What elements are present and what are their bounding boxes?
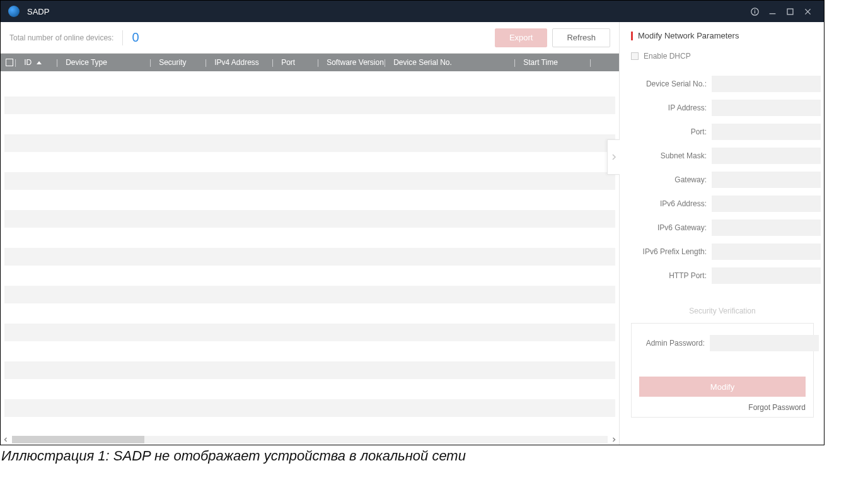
label-port: Port: <box>631 127 707 136</box>
forgot-password-link[interactable]: Forgot Password <box>639 403 806 412</box>
table-row <box>4 324 615 341</box>
input-ipv6-prefix[interactable] <box>712 243 821 260</box>
maximize-icon[interactable] <box>781 1 799 22</box>
password-box: Admin Password: Modify Forgot Password <box>631 323 814 418</box>
titlebar: SADP <box>1 1 824 22</box>
table-header: |ID |Device Type |Security |IPv4 Address… <box>1 54 619 71</box>
input-serial[interactable] <box>712 76 821 92</box>
refresh-button[interactable]: Refresh <box>552 28 610 47</box>
label-serial: Device Serial No.: <box>631 79 707 88</box>
input-gateway[interactable] <box>712 172 821 188</box>
label-admin-pw: Admin Password: <box>639 339 705 348</box>
col-security[interactable]: Security <box>159 58 186 67</box>
main-panel: Total number of online devices: 0 Export… <box>1 22 620 445</box>
app-title: SADP <box>27 7 49 16</box>
table-row <box>4 97 615 114</box>
enable-dhcp-row[interactable]: Enable DHCP <box>631 52 814 61</box>
toolbar: Total number of online devices: 0 Export… <box>1 22 619 54</box>
table-row <box>4 361 615 379</box>
col-ipv4[interactable]: IPv4 Address <box>214 58 259 67</box>
horizontal-scrollbar[interactable] <box>1 435 619 445</box>
svg-rect-4 <box>787 9 793 15</box>
input-ipv6[interactable] <box>712 196 821 212</box>
label-ipv6len: IPv6 Prefix Length: <box>631 247 707 256</box>
svg-rect-2 <box>754 9 755 10</box>
input-ip[interactable] <box>712 100 821 116</box>
sort-asc-icon <box>37 61 42 64</box>
close-icon[interactable] <box>799 1 816 22</box>
app-logo-icon <box>8 6 20 17</box>
accent-bar-icon <box>631 32 633 40</box>
label-gateway: Gateway: <box>631 175 707 184</box>
col-start[interactable]: Start Time <box>523 58 558 67</box>
table-row <box>4 134 615 152</box>
table-body <box>1 71 619 435</box>
scroll-left-icon[interactable] <box>2 436 9 443</box>
table-row <box>4 399 615 417</box>
total-devices-label: Total number of online devices: <box>9 33 113 42</box>
collapse-panel-handle[interactable] <box>607 139 620 175</box>
scroll-track[interactable] <box>12 436 608 443</box>
col-port[interactable]: Port <box>281 58 295 67</box>
export-button[interactable]: Export <box>495 28 548 47</box>
table-row <box>4 248 615 266</box>
select-all-checkbox[interactable] <box>6 59 13 66</box>
side-panel-title: Modify Network Parameters <box>631 31 814 40</box>
dhcp-label: Enable DHCP <box>644 52 691 61</box>
input-http-port[interactable] <box>712 267 821 284</box>
info-icon[interactable] <box>746 1 763 22</box>
col-type[interactable]: Device Type <box>66 58 107 67</box>
label-subnet: Subnet Mask: <box>631 151 707 160</box>
label-http: HTTP Port: <box>631 271 707 280</box>
svg-rect-1 <box>754 11 755 13</box>
scroll-thumb[interactable] <box>12 436 144 443</box>
input-admin-password[interactable] <box>710 335 819 351</box>
input-ipv6-gateway[interactable] <box>712 220 821 236</box>
table-row <box>4 286 615 303</box>
col-serial[interactable]: Device Serial No. <box>393 58 452 67</box>
label-ipv6: IPv6 Address: <box>631 199 707 208</box>
input-subnet[interactable] <box>712 148 821 164</box>
col-id[interactable]: ID <box>24 58 32 67</box>
table-row <box>4 172 615 190</box>
figure-caption: Иллюстрация 1: SADP не отображает устрой… <box>0 445 868 464</box>
app-window: SADP Total number of online devices: 0 E… <box>0 0 825 445</box>
dhcp-checkbox[interactable] <box>631 52 639 60</box>
side-panel: Modify Network Parameters Enable DHCP De… <box>620 22 824 445</box>
security-verification-label: Security Verification <box>631 307 814 315</box>
label-ipv6gw: IPv6 Gateway: <box>631 223 707 232</box>
device-count: 0 <box>132 30 139 45</box>
minimize-icon[interactable] <box>763 1 781 22</box>
divider <box>122 30 123 45</box>
scroll-right-icon[interactable] <box>610 436 618 443</box>
modify-button[interactable]: Modify <box>639 377 806 397</box>
col-software[interactable]: Software Version <box>327 58 384 67</box>
label-ip: IP Address: <box>631 103 707 112</box>
input-port[interactable] <box>712 124 821 140</box>
table-row <box>4 210 615 228</box>
